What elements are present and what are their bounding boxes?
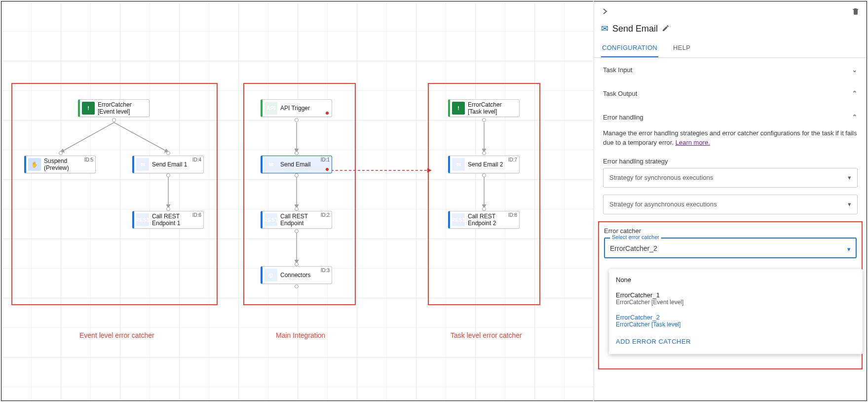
error-catcher-select[interactable]: Select error catcher ErrorCatcher_2 ▾ bbox=[604, 238, 857, 258]
error-indicator-dot bbox=[326, 168, 329, 171]
section-title: Task Output bbox=[603, 90, 637, 97]
rest-icon: REST bbox=[264, 213, 277, 226]
option-error-catcher-1[interactable]: ErrorCatcher_1 ErrorCatcher [Event level… bbox=[609, 287, 863, 310]
chevron-up-icon: ⌃ bbox=[852, 89, 858, 97]
edit-title-button[interactable] bbox=[662, 24, 670, 34]
option-error-catcher-2[interactable]: ErrorCatcher_2 ErrorCatcher [Task level] bbox=[609, 310, 863, 332]
port[interactable] bbox=[295, 284, 299, 288]
dropdown-icon: ▾ bbox=[848, 174, 851, 181]
node-id: ID:4 bbox=[192, 157, 201, 162]
mail-icon: ✉ bbox=[136, 158, 149, 171]
port[interactable] bbox=[295, 207, 299, 211]
port[interactable] bbox=[482, 173, 486, 177]
delete-button[interactable] bbox=[849, 4, 863, 18]
port[interactable] bbox=[166, 207, 170, 211]
error-icon: ! bbox=[452, 102, 465, 115]
chevron-down-icon: ⌄ bbox=[852, 66, 858, 74]
node-send-email-1[interactable]: ✉ Send Email 1 ID:4 bbox=[132, 156, 204, 173]
error-strategy-label: Error handling strategy bbox=[594, 151, 867, 168]
port[interactable] bbox=[59, 151, 63, 155]
dropdown-icon: ▾ bbox=[848, 201, 851, 208]
error-catcher-dropdown: None ErrorCatcher_1 ErrorCatcher [Event … bbox=[609, 269, 863, 354]
collapse-panel-button[interactable] bbox=[598, 4, 612, 18]
api-icon: API bbox=[264, 102, 277, 115]
port[interactable] bbox=[112, 118, 116, 122]
port[interactable] bbox=[166, 151, 170, 155]
section-task-input[interactable]: Task Input ⌄ bbox=[594, 58, 867, 81]
combo-floating-label: Select error catcher bbox=[610, 234, 661, 240]
section-task-output[interactable]: Task Output ⌃ bbox=[594, 81, 867, 105]
combo-value: ErrorCatcher_2 bbox=[605, 239, 856, 258]
node-connectors[interactable]: ◎ Connectors ID:3 bbox=[261, 266, 332, 284]
node-id: ID:2 bbox=[321, 212, 330, 218]
node-label: ErrorCatcher[Task level] bbox=[468, 101, 519, 116]
panel-title: Send Email bbox=[612, 24, 658, 34]
tab-help[interactable]: HELP bbox=[672, 39, 691, 57]
select-placeholder: Strategy for asynchronous executions bbox=[609, 201, 717, 208]
error-indicator-dot bbox=[326, 112, 329, 115]
region-main-label: Main Integration bbox=[276, 331, 325, 339]
mail-icon: ✉ bbox=[452, 158, 465, 171]
connector-icon: ◎ bbox=[264, 269, 277, 281]
dropdown-icon: ▾ bbox=[847, 245, 851, 253]
add-error-catcher-button[interactable]: ADD ERROR CATCHER bbox=[609, 332, 863, 351]
error-handling-description: Manage the error handling strategies and… bbox=[594, 129, 867, 151]
hand-icon: ✋ bbox=[28, 158, 41, 171]
chevron-up-icon: ⌃ bbox=[852, 113, 858, 121]
node-send-email[interactable]: ✉ Send Email ID:1 bbox=[261, 156, 332, 173]
mail-icon: ✉ bbox=[264, 158, 277, 171]
node-suspend[interactable]: ✋ Suspend(Preview) ID:5 bbox=[24, 156, 96, 173]
learn-more-link[interactable]: Learn more. bbox=[676, 139, 710, 146]
node-id: ID:6 bbox=[192, 212, 201, 218]
region-task-label: Task level error catcher bbox=[451, 331, 522, 339]
node-label: ErrorCatcher[Event level] bbox=[98, 101, 149, 116]
section-error-handling[interactable]: Error handling ⌃ bbox=[594, 105, 867, 129]
node-label: API Trigger bbox=[280, 105, 332, 112]
error-catcher-region: Error catcher Select error catcher Error… bbox=[598, 221, 863, 369]
node-id: ID:1 bbox=[321, 157, 330, 162]
panel-tabs: CONFIGURATION HELP bbox=[594, 39, 867, 58]
section-title: Task Input bbox=[603, 66, 632, 74]
error-icon: ! bbox=[82, 102, 95, 115]
port[interactable] bbox=[482, 118, 486, 122]
panel-title-row: ✉ Send Email bbox=[594, 21, 867, 39]
node-call-rest-1[interactable]: REST Call RESTEndpoint 1 ID:6 bbox=[132, 211, 204, 229]
select-placeholder: Strategy for synchronous executions bbox=[609, 174, 713, 181]
tab-configuration[interactable]: CONFIGURATION bbox=[601, 39, 658, 57]
node-call-rest-2[interactable]: REST Call RESTEndpoint 2 ID:8 bbox=[448, 211, 520, 229]
port[interactable] bbox=[482, 151, 486, 155]
section-title: Error handling bbox=[603, 114, 643, 121]
node-call-rest[interactable]: REST Call RESTEndpoint ID:2 bbox=[261, 211, 332, 229]
node-error-catcher-task[interactable]: ! ErrorCatcher[Task level] bbox=[448, 99, 520, 117]
integration-canvas[interactable]: Event level error catcher Main Integrati… bbox=[1, 1, 593, 401]
node-id: ID:8 bbox=[508, 212, 517, 218]
config-panel: ✉ Send Email CONFIGURATION HELP Task Inp… bbox=[594, 1, 867, 401]
node-api-trigger[interactable]: API API Trigger bbox=[261, 99, 332, 117]
node-id: ID:3 bbox=[321, 268, 330, 273]
port[interactable] bbox=[295, 173, 299, 177]
region-event-label: Event level error catcher bbox=[79, 331, 154, 339]
option-none[interactable]: None bbox=[609, 272, 863, 287]
node-id: ID:7 bbox=[508, 157, 517, 162]
panel-header bbox=[594, 1, 867, 21]
port[interactable] bbox=[482, 207, 486, 211]
port[interactable] bbox=[295, 262, 299, 266]
node-id: ID:5 bbox=[84, 157, 93, 162]
node-error-catcher-event[interactable]: ! ErrorCatcher[Event level] bbox=[78, 99, 150, 117]
strategy-async-select[interactable]: Strategy for asynchronous executions ▾ bbox=[603, 195, 858, 214]
port[interactable] bbox=[295, 151, 299, 155]
node-send-email-2[interactable]: ✉ Send Email 2 ID:7 bbox=[448, 156, 520, 173]
strategy-sync-select[interactable]: Strategy for synchronous executions ▾ bbox=[603, 168, 858, 188]
port[interactable] bbox=[295, 229, 299, 233]
port[interactable] bbox=[166, 173, 170, 177]
rest-icon: REST bbox=[452, 213, 465, 226]
rest-icon: REST bbox=[136, 213, 149, 226]
port[interactable] bbox=[295, 118, 299, 122]
mail-icon: ✉ bbox=[601, 23, 608, 34]
